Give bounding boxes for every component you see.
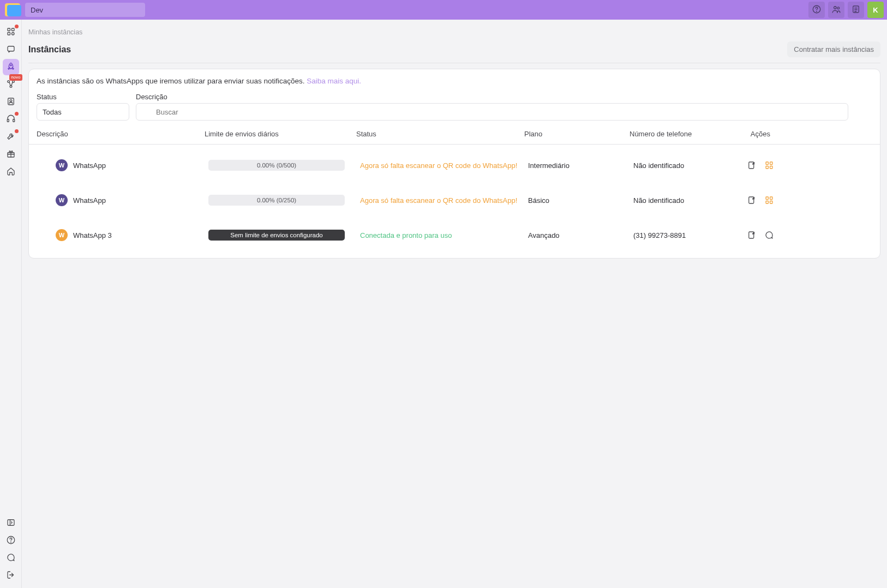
svg-point-29 xyxy=(143,109,148,113)
wrench-icon xyxy=(6,131,16,143)
svg-rect-33 xyxy=(860,112,863,115)
search-input[interactable] xyxy=(155,107,842,117)
col-phone: Número de telefone xyxy=(630,130,717,138)
notification-dot xyxy=(15,25,19,28)
svg-point-13 xyxy=(10,64,11,65)
instances-card: As instâncias são os WhatsApps que iremo… xyxy=(28,69,880,259)
sidebar: novo xyxy=(0,20,22,588)
panel-icon xyxy=(6,518,16,529)
svg-point-1 xyxy=(817,11,817,11)
sidebar-item-panel[interactable] xyxy=(3,515,19,531)
home-icon xyxy=(6,166,16,178)
document-icon xyxy=(851,4,861,16)
sidebar-item-home[interactable] xyxy=(3,164,19,180)
learn-more-link[interactable]: Saiba mais aqui. xyxy=(307,77,361,85)
table-row[interactable]: W WhatsApp0.00% (0/250)Agora só falta es… xyxy=(32,185,877,215)
table-header: Descrição Limite de envios diários Statu… xyxy=(29,124,880,145)
instance-name: WhatsApp 3 xyxy=(73,231,112,239)
sidebar-item-instances[interactable] xyxy=(3,59,19,75)
status-filter-value: Todas xyxy=(43,108,62,116)
export-button[interactable] xyxy=(747,230,757,240)
sidebar-item-contacts[interactable] xyxy=(3,94,19,110)
devices-icon xyxy=(40,160,50,170)
svg-rect-32 xyxy=(865,108,867,111)
sidebar-item-dashboard[interactable] xyxy=(3,24,19,40)
users-icon xyxy=(831,4,841,16)
svg-rect-19 xyxy=(7,119,9,122)
rocket-icon xyxy=(6,62,16,73)
svg-rect-10 xyxy=(8,32,10,35)
notes-button[interactable] xyxy=(848,2,864,18)
team-button[interactable] xyxy=(828,2,844,18)
svg-line-30 xyxy=(147,112,149,114)
new-badge: novo xyxy=(9,74,22,81)
grid-icon xyxy=(6,27,16,38)
sidebar-item-gift[interactable] xyxy=(3,146,19,163)
instance-badge: W xyxy=(56,194,68,206)
message-icon xyxy=(6,44,16,56)
sidebar-item-help[interactable] xyxy=(3,532,19,549)
col-plan: Plano xyxy=(524,130,625,138)
plan-text: Básico xyxy=(528,196,629,205)
grid-view-icon xyxy=(859,106,868,118)
info-text: As instâncias são os WhatsApps que iremo… xyxy=(37,77,307,85)
svg-point-11 xyxy=(11,32,14,35)
sidebar-item-support[interactable] xyxy=(3,111,19,128)
topbar: Dev K xyxy=(0,0,887,20)
status-text: Agora só falta escanear o QR code do Wha… xyxy=(360,196,524,205)
export-button[interactable] xyxy=(747,195,757,205)
svg-rect-31 xyxy=(860,108,863,111)
search-box[interactable] xyxy=(136,103,848,121)
contacts-icon xyxy=(6,97,16,108)
export-button[interactable] xyxy=(747,160,757,170)
phone-text: (31) 99273-8891 xyxy=(633,231,721,239)
gift-icon xyxy=(6,149,16,160)
phone-text: Não identificado xyxy=(633,196,721,205)
instance-badge: W xyxy=(56,159,68,171)
svg-rect-12 xyxy=(8,46,14,51)
status-text: Agora só falta escanear o QR code do Wha… xyxy=(360,161,524,170)
status-filter-label: Status xyxy=(37,93,129,101)
info-line: As instâncias são os WhatsApps que iremo… xyxy=(29,76,880,93)
scan-qr-button[interactable] xyxy=(764,195,774,205)
svg-rect-9 xyxy=(11,28,14,31)
svg-point-18 xyxy=(10,99,12,101)
main-content: Minhas instâncias Instâncias Contratar m… xyxy=(22,20,887,588)
table-row[interactable]: W WhatsApp 3Sem limite de envios configu… xyxy=(32,220,877,250)
notification-dot xyxy=(15,112,19,116)
limit-bar: 0.00% (0/250) xyxy=(208,195,345,206)
page-title: Instâncias xyxy=(28,45,71,55)
help-circle-icon xyxy=(812,4,822,16)
hire-more-button[interactable]: Contratar mais instâncias xyxy=(787,41,880,57)
scan-qr-button[interactable] xyxy=(764,160,774,170)
chat-bubble-icon xyxy=(6,553,16,564)
col-description: Descrição xyxy=(37,130,200,138)
open-chat-button[interactable] xyxy=(764,230,774,240)
project-selector[interactable]: Dev xyxy=(25,3,145,17)
sidebar-item-bubble[interactable] xyxy=(3,550,19,566)
project-name: Dev xyxy=(31,6,43,14)
app-logo xyxy=(3,2,22,17)
limit-bar: 0.00% (0/500) xyxy=(208,160,345,171)
instance-name: WhatsApp xyxy=(73,161,106,170)
limit-pill: Sem limite de envios configurado xyxy=(208,230,345,241)
phone-text: Não identificado xyxy=(633,161,721,170)
status-filter-select[interactable]: Todas xyxy=(37,103,129,121)
view-toggle-button[interactable] xyxy=(855,103,872,121)
table-row[interactable]: W WhatsApp0.00% (0/500)Agora só falta es… xyxy=(32,150,877,181)
sidebar-item-flows[interactable]: novo xyxy=(3,76,19,93)
chevron-down-icon xyxy=(132,5,140,15)
help-button[interactable] xyxy=(808,2,825,18)
instance-badge: W xyxy=(56,229,68,241)
notification-dot xyxy=(15,129,19,133)
col-status: Status xyxy=(356,130,520,138)
svg-rect-24 xyxy=(8,519,14,525)
sidebar-item-logout[interactable] xyxy=(3,567,19,584)
description-filter-label: Descrição xyxy=(136,93,848,101)
sidebar-item-tools[interactable] xyxy=(3,129,19,145)
plan-text: Intermediário xyxy=(528,161,629,170)
user-avatar[interactable]: K xyxy=(867,2,884,18)
logout-icon xyxy=(6,570,16,581)
sidebar-item-chat[interactable] xyxy=(3,41,19,58)
col-actions: Ações xyxy=(721,130,770,138)
